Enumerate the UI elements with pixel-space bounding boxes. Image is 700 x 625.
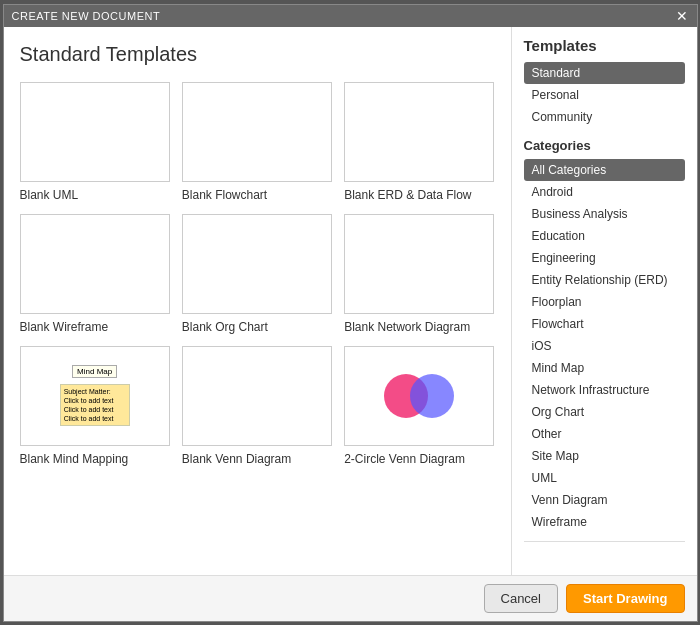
dialog-titlebar: CREATE NEW DOCUMENT ✕ [4,5,697,27]
dialog-wrapper: CREATE NEW DOCUMENT ✕ Standard Templates… [0,0,700,625]
template-label-blank-erd: Blank ERD & Data Flow [344,188,494,202]
category-item-education[interactable]: Education [524,225,685,247]
category-item-erd[interactable]: Entity Relationship (ERD) [524,269,685,291]
template-thumb-blank-wireframe [20,214,170,314]
template-label-blank-wireframe: Blank Wireframe [20,320,170,334]
template-thumb-blank-flowchart [182,82,332,182]
template-label-blank-org-chart: Blank Org Chart [182,320,332,334]
template-thumb-blank-uml [20,82,170,182]
left-panel: Standard Templates Blank UMLBlank Flowch… [4,27,512,575]
close-button[interactable]: ✕ [676,9,689,23]
template-label-blank-network: Blank Network Diagram [344,320,494,334]
template-thumb-blank-mindmap: Mind MapSubject Matter:Click to add text… [20,346,170,446]
category-item-ios[interactable]: iOS [524,335,685,357]
templates-section-title: Templates [524,37,685,54]
template-thumb-blank-erd [344,82,494,182]
template-item-blank-org-chart[interactable]: Blank Org Chart [182,214,332,334]
template-item-blank-flowchart[interactable]: Blank Flowchart [182,82,332,202]
template-type-community[interactable]: Community [524,106,685,128]
category-item-uml[interactable]: UML [524,467,685,489]
divider [524,541,685,542]
category-item-android[interactable]: Android [524,181,685,203]
cancel-button[interactable]: Cancel [484,584,558,613]
template-type-personal[interactable]: Personal [524,84,685,106]
category-item-engineering[interactable]: Engineering [524,247,685,269]
template-item-blank-mindmap[interactable]: Mind MapSubject Matter:Click to add text… [20,346,170,466]
template-item-blank-erd[interactable]: Blank ERD & Data Flow [344,82,494,202]
start-drawing-button[interactable]: Start Drawing [566,584,685,613]
template-item-blank-wireframe[interactable]: Blank Wireframe [20,214,170,334]
category-item-all[interactable]: All Categories [524,159,685,181]
template-label-blank-venn: Blank Venn Diagram [182,452,332,466]
category-item-wireframe[interactable]: Wireframe [524,511,685,533]
create-document-dialog: CREATE NEW DOCUMENT ✕ Standard Templates… [3,4,698,622]
template-label-blank-flowchart: Blank Flowchart [182,188,332,202]
category-item-other[interactable]: Other [524,423,685,445]
right-panel: Templates StandardPersonalCommunity Cate… [512,27,697,575]
template-label-two-circle-venn: 2-Circle Venn Diagram [344,452,494,466]
template-item-blank-uml[interactable]: Blank UML [20,82,170,202]
category-item-org-chart[interactable]: Org Chart [524,401,685,423]
template-item-blank-network[interactable]: Blank Network Diagram [344,214,494,334]
template-thumb-blank-network [344,214,494,314]
template-type-standard[interactable]: Standard [524,62,685,84]
category-item-floorplan[interactable]: Floorplan [524,291,685,313]
default-units-section: Default Units InchesCentimeters [524,562,685,575]
category-item-network[interactable]: Network Infrastructure [524,379,685,401]
template-types-list: StandardPersonalCommunity [524,62,685,128]
category-item-sitemap[interactable]: Site Map [524,445,685,467]
category-item-venn[interactable]: Venn Diagram [524,489,685,511]
page-title: Standard Templates [20,43,495,66]
template-label-blank-mindmap: Blank Mind Mapping [20,452,170,466]
dialog-title: CREATE NEW DOCUMENT [12,10,161,22]
template-label-blank-uml: Blank UML [20,188,170,202]
category-item-business-analysis[interactable]: Business Analysis [524,203,685,225]
categories-list: All CategoriesAndroidBusiness AnalysisEd… [524,159,685,533]
template-item-two-circle-venn[interactable]: 2-Circle Venn Diagram [344,346,494,466]
category-item-flowchart[interactable]: Flowchart [524,313,685,335]
template-grid: Blank UMLBlank FlowchartBlank ERD & Data… [20,82,495,466]
template-item-blank-venn[interactable]: Blank Venn Diagram [182,346,332,466]
template-thumb-two-circle-venn [344,346,494,446]
categories-section-title: Categories [524,138,685,153]
template-thumb-blank-org-chart [182,214,332,314]
template-thumb-blank-venn [182,346,332,446]
dialog-body: Standard Templates Blank UMLBlank Flowch… [4,27,697,575]
category-item-mindmap[interactable]: Mind Map [524,357,685,379]
dialog-footer: Cancel Start Drawing [4,575,697,621]
